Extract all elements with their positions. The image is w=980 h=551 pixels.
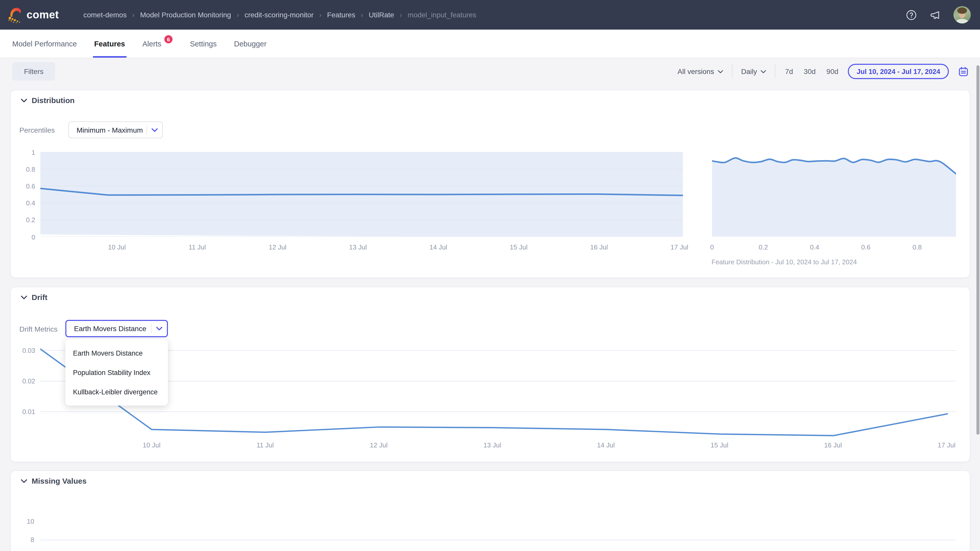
tab-debugger[interactable]: Debugger — [234, 30, 266, 58]
y-tick-label: 0 — [32, 233, 35, 241]
toolbar-divider — [732, 64, 732, 79]
main-tabs: Model Performance Features Alerts 6 Sett… — [0, 30, 980, 58]
density-chart-x-axis: 00.20.40.60.8 — [11, 243, 970, 251]
versions-select[interactable]: All versions — [678, 67, 723, 76]
breadcrumb-separator: › — [237, 11, 239, 19]
breadcrumb-separator: › — [400, 11, 402, 19]
percentiles-dropdown[interactable]: Minimum - Maximum — [68, 121, 163, 138]
band-chart-y-axis: 10.80.60.40.20 — [11, 90, 35, 243]
page-scrollbar-thumb[interactable] — [977, 65, 980, 435]
breadcrumb-separator: › — [319, 11, 321, 19]
y-tick-label: 8 — [30, 536, 34, 544]
logo-wordmark: comet — [27, 9, 59, 21]
user-avatar[interactable] — [953, 6, 971, 24]
x-tick-label: 10 Jul — [143, 441, 160, 449]
x-tick-label: 0.2 — [759, 243, 768, 251]
tab-features[interactable]: Features — [94, 30, 125, 58]
breadcrumb-separator: › — [132, 11, 135, 19]
drift-metrics-dropdown[interactable]: Earth Movers Distance — [65, 320, 168, 337]
y-tick-label: 0.2 — [26, 216, 35, 224]
filters-button[interactable]: Filters — [12, 62, 55, 81]
breadcrumb-separator: › — [361, 11, 363, 19]
alerts-count-badge: 6 — [164, 35, 172, 43]
top-navbar: comet comet-demos › Model Production Mon… — [0, 0, 980, 30]
distribution-band-chart — [40, 152, 683, 237]
toolbar-divider — [775, 64, 775, 79]
drift-chart — [40, 345, 956, 442]
menu-option-earth-movers-distance[interactable]: Earth Movers Distance — [65, 343, 168, 363]
tab-model-performance[interactable]: Model Performance — [12, 30, 77, 58]
x-tick-label: 0.4 — [810, 243, 819, 251]
chevron-down-icon — [147, 128, 162, 132]
comet-logo[interactable]: comet — [7, 6, 59, 24]
megaphone-icon[interactable] — [929, 9, 941, 21]
y-tick-label: 0.6 — [26, 183, 35, 190]
drift-chart-x-axis: 10 Jul11 Jul12 Jul13 Jul14 Jul15 Jul16 J… — [11, 441, 970, 449]
y-tick-label: 0.8 — [26, 165, 35, 173]
chevron-down-icon — [760, 70, 766, 73]
y-tick-label: 0.03 — [22, 347, 35, 354]
drift-metrics-menu: Earth Movers Distance Population Stabili… — [65, 339, 168, 406]
missing-chart-y-axis: 108 — [11, 471, 34, 551]
x-tick-label: 0 — [710, 243, 714, 251]
x-tick-label: 12 Jul — [370, 441, 387, 449]
breadcrumb-current: model_input_features — [407, 11, 476, 19]
range-30d-button[interactable]: 30d — [803, 67, 817, 76]
missing-chart-gridline — [40, 540, 956, 540]
menu-option-kullback-leibler-divergence[interactable]: Kullback-Leibler divergence — [65, 382, 168, 402]
x-tick-label: 0.6 — [861, 243, 870, 251]
x-tick-label: 17 Jul — [938, 441, 955, 449]
drift-card: Drift Drift Metrics Earth Movers Distanc… — [10, 287, 970, 462]
interval-select[interactable]: Daily — [741, 67, 766, 76]
comet-logo-icon — [7, 6, 24, 24]
date-range-pill[interactable]: Jul 10, 2024 - Jul 17, 2024 — [848, 64, 949, 79]
breadcrumb-features[interactable]: Features — [327, 11, 355, 19]
tab-settings[interactable]: Settings — [190, 30, 217, 58]
toolbar-right: All versions Daily 7d 30d 90d Jul 10, 20… — [678, 62, 969, 81]
y-tick-label: 0.01 — [22, 408, 35, 416]
y-tick-label: 0.02 — [22, 377, 35, 385]
breadcrumb-workspace[interactable]: comet-demos — [83, 11, 127, 19]
missing-values-section-title: Missing Values — [32, 476, 86, 485]
breadcrumb-project[interactable]: Model Production Monitoring — [140, 11, 231, 19]
range-7d-button[interactable]: 7d — [784, 67, 794, 76]
x-tick-label: 0.8 — [913, 243, 922, 251]
y-tick-label: 10 — [27, 518, 34, 525]
y-tick-label: 1 — [32, 148, 35, 156]
chevron-down-icon — [151, 327, 167, 330]
tab-alerts[interactable]: Alerts 6 — [142, 30, 172, 58]
app-root: comet comet-demos › Model Production Mon… — [0, 0, 980, 551]
breadcrumb-feature-name[interactable]: UtilRate — [369, 11, 394, 19]
y-tick-label: 0.4 — [26, 199, 35, 207]
x-tick-label: 15 Jul — [711, 441, 728, 449]
calendar-icon[interactable] — [958, 65, 969, 77]
x-tick-label: 14 Jul — [597, 441, 614, 449]
feature-distribution-chart — [712, 152, 956, 237]
distribution-section-title: Distribution — [32, 96, 75, 105]
chevron-down-icon — [718, 70, 723, 73]
x-tick-label: 11 Jul — [256, 441, 274, 449]
x-tick-label: 16 Jul — [824, 441, 842, 449]
breadcrumb: comet-demos › Model Production Monitorin… — [83, 11, 476, 19]
range-90d-button[interactable]: 90d — [825, 67, 839, 76]
drift-chart-y-axis: 0.030.020.01 — [11, 287, 35, 440]
navbar-actions — [905, 0, 971, 30]
density-chart-caption: Feature Distribution - Jul 10, 2024 to J… — [711, 258, 857, 266]
menu-option-population-stability-index[interactable]: Population Stability Index — [65, 363, 168, 382]
breadcrumb-model[interactable]: credit-scoring-monitor — [245, 11, 313, 19]
x-tick-label: 13 Jul — [484, 441, 501, 449]
distribution-card: Distribution Percentiles Minimum - Maxim… — [10, 90, 970, 278]
help-icon[interactable] — [905, 9, 917, 21]
missing-values-card: Missing Values 108 — [10, 470, 970, 551]
